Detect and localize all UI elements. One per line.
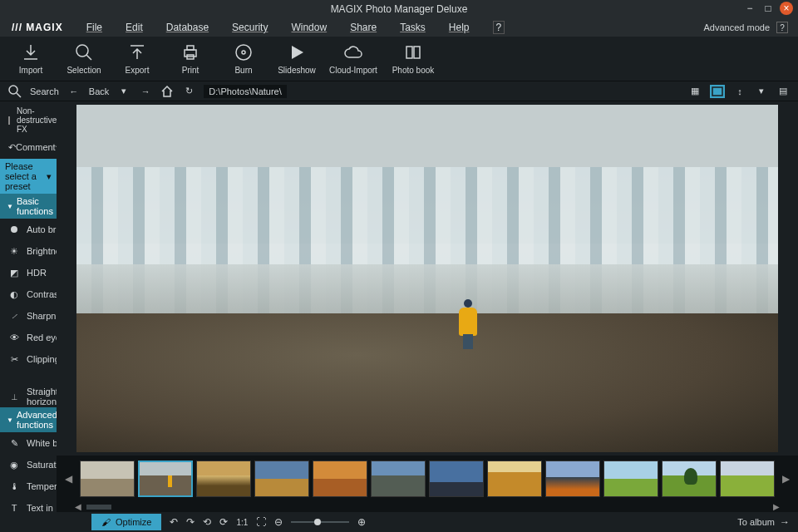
sort-icon[interactable]: ↕ [733, 85, 746, 98]
hdr-icon: ◩ [7, 265, 22, 280]
thumb-4[interactable] [254, 461, 309, 497]
close-button[interactable]: × [780, 2, 793, 15]
print-button[interactable]: Print [166, 39, 214, 78]
selection-button[interactable]: Selection [60, 39, 108, 78]
disc-icon [234, 42, 254, 62]
menu-window[interactable]: Window [291, 22, 327, 33]
thumb-3[interactable] [196, 461, 251, 497]
undo2-icon[interactable]: ↶ [170, 516, 178, 528]
svg-point-8 [11, 226, 17, 233]
fx-checkbox[interactable] [8, 116, 10, 125]
help-icon[interactable]: ? [776, 22, 788, 33]
titlebar: MAGIX Photo Manager Deluxe − □ × [0, 0, 798, 18]
menu-edit[interactable]: Edit [126, 22, 143, 33]
thumb-2[interactable] [138, 461, 193, 497]
export-button[interactable]: Export [113, 39, 161, 78]
search-label[interactable]: Search [30, 86, 59, 96]
undo-icon[interactable]: ↶ [8, 140, 16, 154]
section-basic[interactable]: ▼Basic functions [0, 194, 57, 219]
forward-arrow-icon[interactable]: → [139, 85, 152, 98]
thumb-9[interactable] [545, 461, 600, 497]
thumb-1[interactable] [80, 461, 135, 497]
minimize-button[interactable]: − [743, 2, 756, 15]
thumb-10[interactable] [603, 461, 658, 497]
filmstrip-next[interactable]: ▶ [782, 473, 790, 485]
cloud-import-button[interactable]: Cloud-Import [326, 39, 381, 78]
zoom-slider[interactable] [291, 521, 349, 523]
scrollbar[interactable]: ◀ ▶ [57, 502, 798, 512]
album-arrow-icon[interactable]: → [780, 516, 790, 528]
thumb-5[interactable] [313, 461, 367, 497]
svg-rect-2 [187, 46, 194, 50]
single-view-icon[interactable] [710, 85, 725, 98]
sort-dropdown-icon[interactable]: ▾ [755, 85, 768, 98]
back-label[interactable]: Back [89, 86, 109, 96]
download-icon [21, 42, 41, 62]
contrast-icon: ◐ [7, 287, 22, 302]
bottombar: 🖌Optimize ↶ ↷ ⟲ ⟳ 1:1 ⛶ ⊖ ⊕ To album → [0, 512, 798, 532]
section-advanced[interactable]: ▼Advanced functions [0, 407, 57, 432]
zoom-in-icon[interactable]: ⊕ [357, 516, 366, 528]
mode-label[interactable]: Advanced mode [704, 22, 771, 32]
temperature-icon: 🌡 [7, 479, 22, 494]
thumb-11[interactable] [662, 461, 717, 497]
rotate-left-icon[interactable]: ⟲ [203, 516, 211, 528]
svg-point-4 [236, 45, 251, 60]
zoom-11-icon[interactable]: 1:1 [236, 518, 248, 527]
album-button[interactable]: To album [737, 517, 775, 527]
redo2-icon[interactable]: ↷ [186, 516, 195, 528]
crop-icon: ✂ [7, 352, 22, 367]
sharpness-icon: ⟋ [7, 308, 22, 323]
thumb-8[interactable] [487, 461, 542, 497]
navbar: Search ← Back ▾ → ↻ D:\Photos\Nature\ ▦ … [0, 81, 798, 101]
help-marker[interactable]: ? [493, 21, 505, 34]
cloud-icon [343, 42, 363, 62]
svg-point-6 [9, 86, 17, 94]
thumb-12[interactable] [720, 461, 775, 497]
burn-button[interactable]: Burn [219, 39, 268, 78]
book-icon [403, 42, 423, 62]
straighten-button[interactable]: Straighten horizon [27, 387, 57, 406]
zoom-out-icon[interactable]: ⊖ [274, 516, 283, 528]
sun-icon [7, 222, 22, 237]
stack-icon[interactable]: ▤ [776, 85, 790, 98]
path-field[interactable]: D:\Photos\Nature\ [204, 85, 286, 98]
photobook-button[interactable]: Photo book [386, 39, 441, 78]
search-icon [74, 42, 94, 62]
import-button[interactable]: Import [7, 39, 55, 78]
svg-rect-7 [712, 87, 722, 96]
photo-viewer[interactable] [57, 101, 798, 456]
thumb-6[interactable] [371, 461, 426, 497]
grid-view-icon[interactable]: ▦ [688, 85, 702, 98]
nav-search-icon[interactable] [8, 85, 22, 98]
maximize-button[interactable]: □ [761, 2, 775, 15]
back-arrow-icon[interactable]: ← [67, 85, 81, 98]
svg-rect-1 [185, 50, 196, 57]
menu-security[interactable]: Security [232, 22, 268, 33]
thumb-7[interactable] [429, 461, 484, 497]
sidebar: Non-destructive FX ✕ ↶ Comment ↷ Please … [0, 101, 57, 512]
filmstrip-prev[interactable]: ◀ [65, 473, 72, 485]
svg-point-5 [242, 51, 245, 54]
optimize-button[interactable]: 🖌Optimize [91, 514, 161, 530]
dropper-icon: ✎ [7, 436, 22, 451]
refresh-icon[interactable]: ↻ [182, 85, 195, 98]
comment-label[interactable]: Comment [16, 142, 56, 152]
menubar: /// MAGIX File Edit Database Security Wi… [0, 18, 798, 37]
brand-logo: /// MAGIX [12, 22, 63, 33]
menu-help[interactable]: Help [449, 22, 470, 33]
preset-dropdown[interactable]: Please select a preset▾ [0, 159, 57, 194]
menu-file[interactable]: File [86, 22, 102, 33]
filmstrip: ◀ ▶ [57, 456, 798, 502]
fullscreen-icon[interactable]: ⛶ [256, 516, 266, 528]
menu-database[interactable]: Database [166, 22, 209, 33]
autobright-button[interactable]: Auto brightness [27, 224, 57, 234]
text-icon: T [7, 500, 22, 512]
slideshow-button[interactable]: Slideshow [273, 39, 321, 78]
dropdown-icon[interactable]: ▾ [117, 85, 131, 98]
menu-tasks[interactable]: Tasks [400, 22, 426, 33]
rotate-right-icon[interactable]: ⟳ [219, 516, 228, 528]
menu-share[interactable]: Share [350, 22, 377, 33]
brightness-icon: ☀ [7, 244, 22, 259]
home-icon[interactable] [160, 85, 174, 98]
